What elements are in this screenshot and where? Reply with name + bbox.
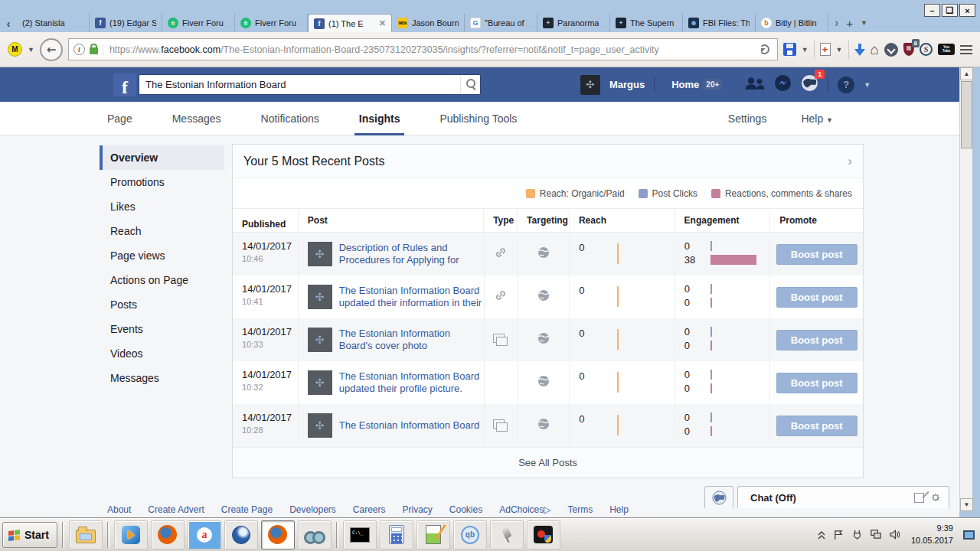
extension-dropdown-icon[interactable]: ▼ (28, 46, 34, 54)
post-link[interactable]: The Estonian Information Board updated t… (339, 285, 484, 309)
footer-link-help[interactable]: Help (609, 504, 629, 515)
home-link[interactable]: Home 20+ (671, 79, 722, 90)
post-thumbnail[interactable] (308, 328, 332, 352)
calculator-icon[interactable] (380, 520, 413, 549)
boost-post-button[interactable]: Boost post (776, 244, 858, 265)
s-badge-icon[interactable]: S (920, 43, 933, 56)
footer-link-about[interactable]: About (107, 504, 131, 515)
reload-icon[interactable] (760, 44, 769, 54)
browser-tab[interactable]: (2) Stanisla (17, 14, 90, 32)
info-icon[interactable]: i (74, 44, 85, 55)
microphone-icon[interactable] (490, 520, 524, 549)
extension-m-icon[interactable]: M (8, 42, 22, 57)
compose-icon[interactable] (914, 493, 924, 503)
url-text[interactable]: https://www.facebook.com/The-Estonian-In… (103, 44, 752, 55)
footer-link-terms[interactable]: Terms (567, 504, 593, 515)
footer-link-cookies[interactable]: Cookies (449, 504, 482, 515)
settings-link[interactable]: Settings (728, 112, 767, 125)
footer-link-careers[interactable]: Careers (353, 504, 386, 515)
browser-tab[interactable]: Paranorma (537, 14, 610, 32)
browser-tab-active[interactable]: (1) The E ✕ (308, 14, 392, 32)
facebook-search[interactable] (139, 74, 481, 95)
firefox-icon[interactable] (151, 520, 185, 549)
boost-post-button[interactable]: Boost post (776, 373, 858, 393)
browser-tab[interactable]: (19) Edgar S (90, 14, 162, 32)
new-tab-icon[interactable]: + (846, 17, 853, 30)
sidebar-item-actions-on-page[interactable]: Actions on Page (100, 268, 224, 292)
search-icon[interactable] (460, 75, 480, 94)
post-link[interactable]: Description of Rules and Procedures for … (339, 242, 484, 266)
explorer-folder-icon[interactable] (69, 520, 103, 549)
scroll-down-icon[interactable]: ▼ (960, 498, 973, 511)
firefox-active-icon[interactable] (261, 520, 295, 549)
account-dropdown-icon[interactable]: ▼ (864, 81, 871, 89)
help-menu[interactable]: Help ▼ (801, 112, 833, 125)
post-link[interactable]: The Estonian Information Board updated t… (339, 370, 484, 395)
search-input[interactable] (139, 79, 460, 90)
boost-post-button[interactable]: Boost post (776, 287, 858, 308)
sidebar-item-page-views[interactable]: Page views (100, 243, 224, 268)
recorder-icon[interactable] (527, 520, 560, 549)
tab-close-icon[interactable]: ✕ (379, 18, 386, 28)
save-dropdown-icon[interactable]: ▼ (802, 46, 808, 54)
sidebar-item-overview[interactable]: Overview (100, 145, 224, 170)
sidebar-item-likes[interactable]: Likes (100, 194, 224, 219)
post-thumbnail[interactable] (308, 413, 332, 438)
volume-icon[interactable] (889, 529, 901, 540)
sidebar-item-promotions[interactable]: Promotions (100, 170, 224, 194)
media-player-icon[interactable] (114, 520, 148, 549)
browser-tab[interactable]: "Bureau of (465, 14, 537, 32)
browser-tab[interactable]: FBI Files: Th (683, 14, 756, 32)
post-thumbnail[interactable] (308, 285, 332, 309)
sidebar-item-posts[interactable]: Posts (100, 292, 224, 317)
see-all-posts-link[interactable]: See All Posts (233, 447, 863, 478)
tab-insights[interactable]: Insights (359, 112, 400, 125)
post-link[interactable]: The Estonian Information Board (339, 419, 484, 432)
amigo-browser-icon[interactable] (188, 520, 221, 549)
facebook-logo-icon[interactable] (113, 73, 136, 96)
close-icon[interactable]: × (959, 4, 975, 17)
chat-globe-button[interactable] (704, 486, 733, 508)
tab-messages[interactable]: Messages (172, 112, 221, 125)
footer-link-developers[interactable]: Developers (289, 504, 336, 515)
footer-link-create-advert[interactable]: Create Advert (148, 504, 204, 515)
messenger-icon[interactable] (774, 74, 792, 95)
post-thumbnail[interactable] (308, 370, 332, 395)
footer-link-adchoices[interactable]: AdChoices▷ (499, 504, 550, 515)
profile-link[interactable]: Margus (609, 79, 645, 90)
footer-link-privacy[interactable]: Privacy (403, 504, 433, 515)
scrollbar-thumb[interactable] (961, 81, 972, 148)
save-icon[interactable] (783, 43, 796, 56)
clock[interactable]: 9:39 10.05.2017 (911, 523, 953, 546)
post-link[interactable]: The Estonian Information Board's cover p… (339, 328, 484, 352)
back-icon[interactable]: ← (40, 38, 63, 61)
notepad-icon[interactable] (416, 520, 450, 549)
browser-tab[interactable]: Jason Bourn (392, 14, 465, 32)
pocket-icon[interactable] (884, 43, 898, 57)
search-binoculars-icon[interactable] (298, 520, 332, 549)
download-icon[interactable] (854, 43, 865, 57)
seamonkey-icon[interactable] (224, 520, 258, 549)
tab-scroll-left-icon[interactable]: ‹ (0, 15, 17, 32)
home-icon[interactable]: ⌂ (871, 42, 879, 57)
browser-tab[interactable]: Fiverr Foru (162, 14, 235, 32)
tab-list-dropdown-icon[interactable]: ▼ (861, 19, 867, 27)
url-bar[interactable]: i https://www.facebook.com/The-Estonian-… (68, 38, 778, 60)
browser-tab[interactable]: Bitly | Bitlin (756, 14, 828, 32)
sidebar-item-messages[interactable]: Messages (100, 366, 224, 390)
expand-chevron-icon[interactable] (817, 530, 826, 540)
network-icon[interactable] (870, 529, 882, 540)
add-doc-icon[interactable] (820, 43, 831, 56)
flag-icon[interactable] (833, 529, 844, 540)
tab-notifications[interactable]: Notifications (261, 112, 319, 125)
tab-page[interactable]: Page (107, 112, 132, 125)
boost-post-button[interactable]: Boost post (776, 330, 858, 350)
post-thumbnail[interactable] (308, 242, 332, 266)
avatar[interactable] (580, 75, 600, 95)
card-header[interactable]: Your 5 Most Recent Posts › (233, 145, 863, 178)
youtube-icon[interactable] (938, 44, 955, 55)
sidebar-item-reach[interactable]: Reach (100, 219, 224, 243)
menu-icon[interactable] (960, 45, 972, 54)
minimize-icon[interactable]: – (924, 4, 940, 17)
qbittorrent-icon[interactable] (453, 520, 487, 549)
